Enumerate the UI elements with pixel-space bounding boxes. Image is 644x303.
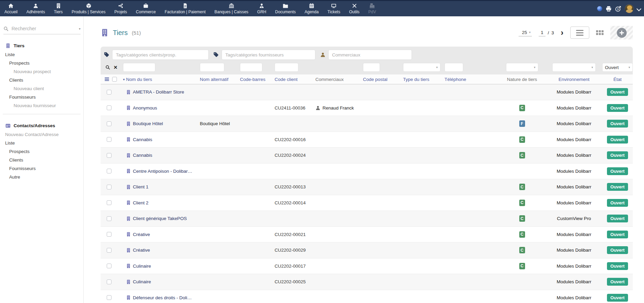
- page-size-select[interactable]: 25 ▾: [519, 29, 532, 36]
- filter-input-postal[interactable]: [363, 63, 380, 72]
- tags-clients-input[interactable]: [112, 50, 209, 60]
- nav-item-documents[interactable]: Documents: [271, 1, 300, 16]
- sidebar-item-liste[interactable]: Liste: [0, 50, 83, 59]
- column-header-label[interactable]: Code client: [275, 77, 298, 82]
- search-icon[interactable]: [105, 65, 110, 70]
- sidebar-item-autre[interactable]: Autre: [0, 173, 83, 181]
- search-scope-caret-icon[interactable]: ▾: [79, 27, 81, 31]
- filter-select-type[interactable]: ▾: [403, 63, 440, 72]
- thirdparty-link[interactable]: AMETRA - Dolibarr Store: [133, 89, 184, 95]
- sidebar-section-title[interactable]: Contacts/Adresses: [0, 123, 83, 130]
- column-header-label[interactable]: Type du tiers: [403, 77, 429, 82]
- thirdparty-link[interactable]: Client générique TakePOS: [133, 216, 187, 221]
- nav-item-pdv[interactable]: PdV: [364, 1, 381, 16]
- commercials-input[interactable]: [328, 50, 412, 60]
- nav-item-produits-services[interactable]: Produits | Services: [67, 1, 110, 16]
- filter-input-phone[interactable]: [445, 63, 463, 72]
- row-checkbox[interactable]: [107, 264, 111, 268]
- column-header-label[interactable]: Nom du tiers: [126, 77, 152, 82]
- column-header-label[interactable]: Environnement: [559, 77, 590, 82]
- sidebar-item-clients[interactable]: Clients: [0, 156, 83, 164]
- row-checkbox[interactable]: [107, 200, 111, 205]
- grid-view-button[interactable]: [596, 30, 604, 35]
- column-header-label[interactable]: Téléphone: [445, 77, 466, 82]
- add-record-button[interactable]: [610, 26, 633, 39]
- thirdparty-link[interactable]: Culinaire: [133, 279, 151, 284]
- sidebar-item-nouveau-contact-adresse[interactable]: Nouveau Contact/Adresse: [0, 130, 83, 139]
- nav-item-grh[interactable]: GRH: [253, 1, 271, 16]
- sidebar-item-nouveau-fournisseur[interactable]: Nouveau fournisseur: [0, 101, 83, 110]
- select-all-checkbox[interactable]: [112, 77, 117, 82]
- sidebar-item-liste[interactable]: Liste: [0, 139, 83, 147]
- column-header-label[interactable]: Nom alternatif: [200, 77, 228, 82]
- nav-item-accueil[interactable]: Accueil: [0, 1, 22, 16]
- sidebar-item-clients[interactable]: Clients: [0, 76, 83, 84]
- sidebar-item-nouveau-client[interactable]: Nouveau client: [0, 84, 83, 93]
- filter-input-code[interactable]: [275, 63, 298, 72]
- row-checkbox[interactable]: [107, 137, 111, 142]
- thirdparty-link[interactable]: Créative: [133, 232, 150, 237]
- list-controls: 25 ▾ 1 / 3 ›: [519, 26, 633, 39]
- thirdparty-link[interactable]: Cannabis: [133, 137, 152, 142]
- filter-select-nature[interactable]: ▾: [506, 63, 538, 72]
- column-header-label[interactable]: Code postal: [363, 77, 387, 82]
- sidebar-item-prospects[interactable]: Prospects: [0, 59, 83, 67]
- sidebar-item-prospects[interactable]: Prospects: [0, 147, 83, 156]
- commercial-name[interactable]: Renaud Franck: [323, 105, 354, 111]
- user-avatar[interactable]: [625, 4, 634, 13]
- row-checkbox[interactable]: [107, 295, 111, 300]
- thirdparty-link[interactable]: Boutique Hôtel: [133, 121, 163, 126]
- filter-input-barcode[interactable]: [240, 63, 262, 72]
- tags-suppliers-input[interactable]: [222, 50, 315, 60]
- printer-icon[interactable]: [606, 6, 612, 12]
- row-checkbox[interactable]: [107, 169, 111, 173]
- row-checkbox[interactable]: [107, 248, 111, 253]
- sidebar-item-nouveau-prospect[interactable]: Nouveau prospect: [0, 67, 83, 76]
- sidebar-section-title[interactable]: Tiers: [0, 43, 83, 50]
- nav-item-adh-rents[interactable]: Adhérents: [22, 1, 50, 16]
- row-checkbox[interactable]: [107, 185, 111, 189]
- sidebar-item-fournisseurs[interactable]: Fournisseurs: [0, 93, 83, 101]
- row-checkbox[interactable]: [107, 105, 111, 110]
- nav-item-outils[interactable]: Outils: [345, 1, 364, 16]
- thirdparty-link[interactable]: Culinaire: [133, 264, 151, 269]
- nav-item-banques-caisses[interactable]: Banques | Caisses: [210, 1, 253, 16]
- nav-item-tiers[interactable]: Tiers: [49, 1, 67, 16]
- help-icon[interactable]: ?: [615, 6, 621, 12]
- column-header-label[interactable]: État: [613, 77, 622, 82]
- thirdparty-link[interactable]: Anonymous: [133, 105, 157, 111]
- row-checkbox[interactable]: [107, 153, 111, 158]
- next-page-button[interactable]: ›: [561, 29, 563, 36]
- row-checkbox[interactable]: [107, 216, 111, 221]
- filter-input-alt[interactable]: [200, 63, 224, 72]
- nav-item-agenda[interactable]: Agenda: [300, 1, 323, 16]
- status-dot-icon[interactable]: [597, 6, 602, 11]
- thirdparty-link[interactable]: Client 1: [133, 184, 149, 189]
- nature-badge: C: [519, 263, 525, 269]
- current-page[interactable]: 1: [539, 29, 545, 36]
- column-header-label[interactable]: Code-barres: [240, 77, 265, 82]
- row-checkbox[interactable]: [107, 90, 111, 95]
- filter-select-status[interactable]: Ouvert▾: [602, 63, 633, 72]
- thirdparty-link[interactable]: Créative: [133, 248, 150, 253]
- chevron-down-icon[interactable]: [637, 7, 641, 11]
- thirdparty-link[interactable]: Centre Antipoison - Dolibar…: [133, 169, 192, 174]
- thirdparty-link[interactable]: Défenseur des droits - Doli…: [133, 295, 192, 300]
- search-input[interactable]: [12, 26, 79, 31]
- clear-filters-icon[interactable]: ✕: [114, 65, 118, 70]
- nav-item-projets[interactable]: Projets: [110, 1, 131, 16]
- nav-item-tickets[interactable]: Tickets: [323, 1, 345, 16]
- sidebar-item-fournisseurs[interactable]: Fournisseurs: [0, 164, 83, 173]
- row-checkbox[interactable]: [107, 280, 111, 284]
- filter-input-name[interactable]: [123, 63, 155, 72]
- row-checkbox[interactable]: [107, 121, 111, 126]
- nav-item-facturation-paiement[interactable]: Facturation | Paiement: [160, 1, 210, 16]
- thirdparty-link[interactable]: Cannabis: [133, 153, 152, 158]
- filter-select-env[interactable]: ▾: [552, 63, 596, 72]
- list-view-button[interactable]: [570, 27, 589, 39]
- nav-item-commerce[interactable]: Commerce: [132, 1, 160, 16]
- list-options-icon[interactable]: [105, 78, 109, 81]
- row-checkbox[interactable]: [107, 232, 111, 237]
- thirdparty-link[interactable]: Client 2: [133, 200, 149, 205]
- table-row: CulinaireCU2202-00025Modules DolibarrOuv…: [101, 274, 633, 290]
